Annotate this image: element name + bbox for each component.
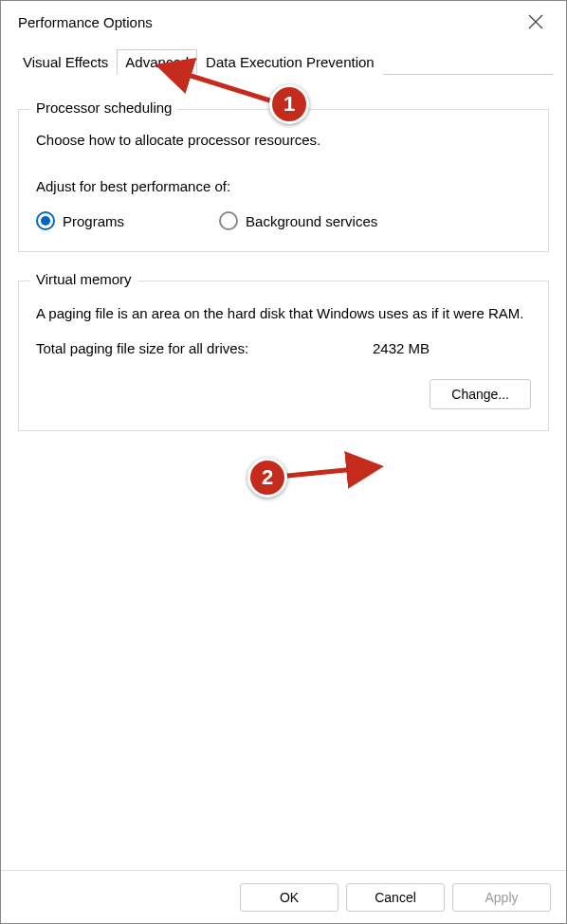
total-label: Total paging file size for all drives: (36, 340, 373, 356)
radio-programs-label: Programs (63, 213, 124, 229)
annotation-badge-2: 2 (247, 458, 287, 498)
radio-row: Programs Background services (36, 211, 531, 230)
apply-button[interactable]: Apply (452, 883, 551, 912)
total-row: Total paging file size for all drives: 2… (36, 340, 531, 356)
dialog-button-bar: OK Cancel Apply (1, 870, 566, 923)
processor-scheduling-group: Processor scheduling Choose how to alloc… (18, 109, 549, 252)
tab-content: Processor scheduling Choose how to alloc… (1, 75, 566, 431)
ok-button[interactable]: OK (240, 883, 338, 912)
change-button[interactable]: Change... (430, 379, 531, 409)
radio-icon (36, 211, 55, 230)
performance-options-dialog: Performance Options Visual Effects Advan… (0, 0, 567, 924)
group-title-processor: Processor scheduling (30, 100, 177, 116)
group-title-vm: Virtual memory (30, 271, 137, 287)
close-icon (528, 14, 543, 29)
processor-desc: Choose how to allocate processor resourc… (36, 132, 531, 148)
svg-line-5 (278, 467, 375, 477)
radio-programs[interactable]: Programs (36, 211, 124, 230)
tab-visual-effects[interactable]: Visual Effects (14, 49, 117, 75)
tab-advanced[interactable]: Advanced (117, 49, 197, 75)
cancel-button[interactable]: Cancel (346, 883, 445, 912)
annotation-num-2: 2 (262, 465, 273, 490)
radio-icon (219, 211, 238, 230)
radio-background-label: Background services (246, 213, 377, 229)
tab-strip: Visual Effects Advanced Data Execution P… (14, 48, 553, 75)
close-button[interactable] (517, 3, 555, 41)
vm-desc: A paging file is an area on the hard dis… (36, 303, 531, 323)
titlebar: Performance Options (1, 1, 566, 43)
annotation-arrow-2: 2 (255, 456, 407, 516)
total-value: 2432 MB (373, 340, 430, 356)
virtual-memory-group: Virtual memory A paging file is an area … (18, 281, 549, 431)
radio-background[interactable]: Background services (219, 211, 377, 230)
adjust-label: Adjust for best performance of: (36, 178, 531, 194)
window-title: Performance Options (18, 14, 153, 30)
tab-dep[interactable]: Data Execution Prevention (197, 49, 383, 75)
change-row: Change... (36, 379, 531, 409)
